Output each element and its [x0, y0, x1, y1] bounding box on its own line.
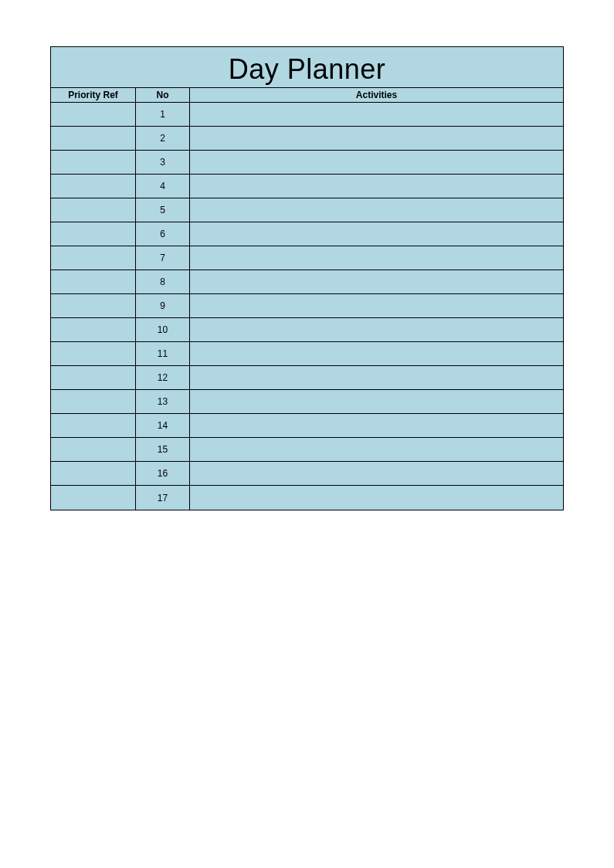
cell-activities	[190, 151, 563, 174]
cell-activities	[190, 342, 563, 365]
cell-priority-ref	[51, 175, 136, 198]
header-activities: Activities	[190, 88, 563, 102]
cell-no: 6	[136, 222, 190, 246]
cell-no: 5	[136, 198, 190, 222]
cell-activities	[190, 294, 563, 317]
table-row: 13	[51, 390, 563, 414]
cell-no: 1	[136, 103, 190, 126]
cell-activities	[190, 103, 563, 126]
cell-no: 4	[136, 175, 190, 198]
cell-no: 7	[136, 246, 190, 270]
table-row: 9	[51, 294, 563, 318]
cell-priority-ref	[51, 462, 136, 485]
cell-no: 12	[136, 366, 190, 389]
day-planner-table: Day Planner Priority Ref No Activities 1…	[50, 46, 564, 510]
cell-priority-ref	[51, 414, 136, 437]
cell-priority-ref	[51, 438, 136, 461]
cell-priority-ref	[51, 222, 136, 246]
cell-priority-ref	[51, 318, 136, 341]
cell-priority-ref	[51, 151, 136, 174]
cell-priority-ref	[51, 198, 136, 222]
table-row: 14	[51, 414, 563, 438]
cell-priority-ref	[51, 246, 136, 270]
table-row: 2	[51, 127, 563, 151]
table-row: 4	[51, 175, 563, 198]
cell-activities	[190, 318, 563, 341]
table-row: 7	[51, 246, 563, 270]
cell-no: 13	[136, 390, 190, 413]
table-row: 10	[51, 318, 563, 342]
cell-no: 11	[136, 342, 190, 365]
table-header: Priority Ref No Activities	[51, 87, 563, 103]
cell-no: 17	[136, 486, 190, 510]
cell-priority-ref	[51, 270, 136, 293]
cell-priority-ref	[51, 294, 136, 317]
header-priority-ref: Priority Ref	[51, 88, 136, 102]
page-title: Day Planner	[51, 47, 563, 87]
table-row: 5	[51, 198, 563, 222]
cell-no: 8	[136, 270, 190, 293]
cell-no: 2	[136, 127, 190, 150]
cell-activities	[190, 198, 563, 222]
cell-activities	[190, 462, 563, 485]
cell-activities	[190, 127, 563, 150]
cell-activities	[190, 390, 563, 413]
cell-priority-ref	[51, 390, 136, 413]
cell-no: 14	[136, 414, 190, 437]
cell-no: 10	[136, 318, 190, 341]
cell-priority-ref	[51, 103, 136, 126]
header-no: No	[136, 88, 190, 102]
cell-activities	[190, 366, 563, 389]
table-row: 16	[51, 462, 563, 486]
cell-activities	[190, 438, 563, 461]
cell-priority-ref	[51, 127, 136, 150]
table-row: 17	[51, 486, 563, 510]
cell-no: 3	[136, 151, 190, 174]
cell-no: 9	[136, 294, 190, 317]
table-body: 1234567891011121314151617	[51, 103, 563, 510]
table-row: 6	[51, 222, 563, 246]
table-row: 11	[51, 342, 563, 366]
cell-activities	[190, 246, 563, 270]
cell-priority-ref	[51, 342, 136, 365]
table-row: 3	[51, 151, 563, 175]
cell-activities	[190, 486, 563, 510]
table-row: 8	[51, 270, 563, 294]
cell-activities	[190, 175, 563, 198]
cell-activities	[190, 222, 563, 246]
table-row: 1	[51, 103, 563, 127]
cell-priority-ref	[51, 366, 136, 389]
table-row: 12	[51, 366, 563, 390]
cell-activities	[190, 414, 563, 437]
cell-no: 15	[136, 438, 190, 461]
cell-no: 16	[136, 462, 190, 485]
table-row: 15	[51, 438, 563, 462]
cell-priority-ref	[51, 486, 136, 510]
cell-activities	[190, 270, 563, 293]
